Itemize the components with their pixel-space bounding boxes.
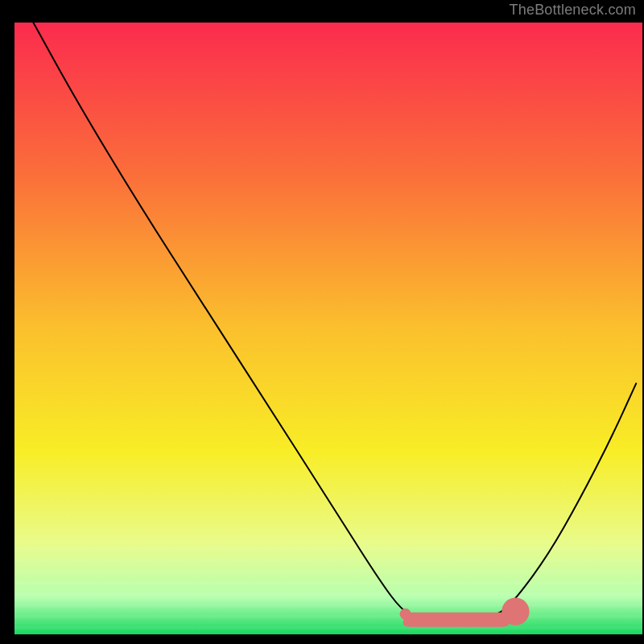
svg-point-10 [400,609,411,620]
chart-canvas [0,0,644,644]
svg-rect-2 [14,626,642,630]
bottleneck-chart: TheBottleneck.com [0,0,644,644]
svg-rect-3 [14,615,642,618]
svg-rect-8 [14,559,642,562]
watermark-text: TheBottleneck.com [510,2,636,19]
plateau-marker [403,613,510,627]
svg-rect-7 [14,570,642,573]
svg-rect-6 [14,581,642,584]
svg-rect-1 [14,23,642,634]
svg-rect-5 [14,592,642,596]
svg-rect-4 [14,604,642,607]
svg-rect-9 [14,547,642,551]
plateau-end-dot [502,598,529,625]
